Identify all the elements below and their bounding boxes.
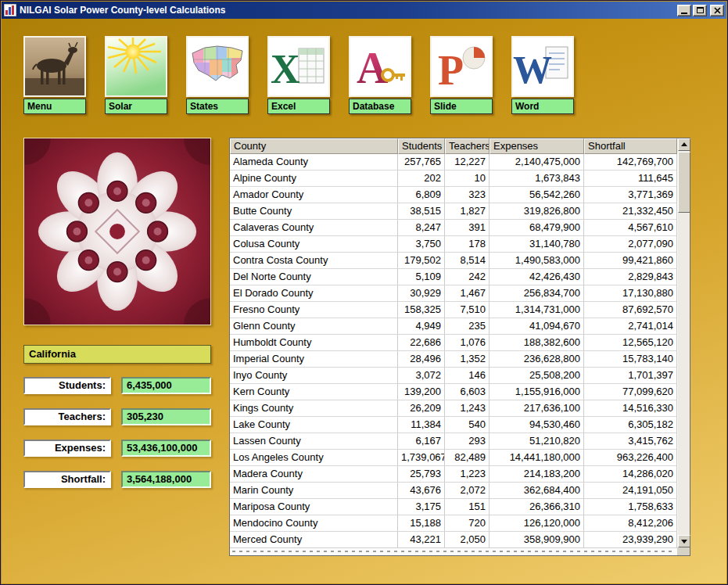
nilgai-photo-icon <box>23 36 86 97</box>
column-header-expenses[interactable]: Expenses <box>490 138 584 154</box>
value-cell: 26,209 <box>398 400 445 417</box>
word-button[interactable]: W Word <box>511 36 574 114</box>
arrow-down-icon <box>681 540 687 544</box>
table-row[interactable]: Kern County139,2006,6031,155,916,00077,0… <box>230 384 690 400</box>
value-cell: 257,765 <box>398 154 445 170</box>
table-row[interactable]: Del Norte County5,10924242,426,4302,829,… <box>230 269 690 285</box>
fractal-image <box>23 138 211 325</box>
table-row[interactable]: El Dorado County30,9291,467256,834,70017… <box>230 285 690 302</box>
value-cell: 1,739,067 <box>398 450 445 466</box>
value-cell: 202 <box>398 170 445 187</box>
svg-text:X: X <box>271 47 300 92</box>
value-cell: 2,072 <box>445 483 490 499</box>
value-cell: 179,502 <box>398 253 445 269</box>
value-cell: 142,769,700 <box>584 154 677 170</box>
excel-button[interactable]: X Excel <box>267 36 330 114</box>
table-row[interactable]: Lake County11,38454094,530,4606,305,182 <box>230 417 690 433</box>
maximize-button[interactable] <box>693 5 707 16</box>
powerpoint-icon: P <box>430 36 493 97</box>
table-row[interactable]: Imperial County28,4961,352236,628,80015,… <box>230 351 690 368</box>
table-row[interactable]: Marin County43,6762,072362,684,40024,191… <box>230 483 690 499</box>
table-row[interactable]: Calaveras County8,24739168,479,9004,567,… <box>230 220 690 236</box>
database-button-label: Database <box>349 99 411 114</box>
table-row[interactable]: Alameda County257,76512,2272,140,475,000… <box>230 154 690 170</box>
column-header-county[interactable]: County <box>230 138 398 154</box>
solar-button-label: Solar <box>105 99 167 114</box>
horizontal-scrollbar[interactable] <box>230 547 677 555</box>
table-row[interactable]: Lassen County6,16729351,210,8203,415,762 <box>230 433 690 450</box>
column-header-shortfall[interactable]: Shortfall <box>584 138 677 154</box>
value-cell: 99,421,860 <box>584 253 677 269</box>
value-cell: 56,542,260 <box>490 187 584 203</box>
value-cell: 362,684,400 <box>490 483 584 499</box>
value-cell: 15,188 <box>398 515 445 532</box>
excel-button-label: Excel <box>267 99 330 114</box>
table-row[interactable]: Glenn County4,94923541,094,6702,741,014 <box>230 318 690 335</box>
table-row[interactable]: Colusa County3,75017831,140,7802,077,090 <box>230 236 690 253</box>
value-cell: 236,628,800 <box>490 351 584 368</box>
county-table: CountyStudentsTeachersExpensesShortfall … <box>229 138 690 556</box>
table-row[interactable]: Inyo County3,07214625,508,2001,701,397 <box>230 368 690 384</box>
county-cell: Madera County <box>230 466 398 483</box>
expenses-label: Expenses: <box>23 440 111 457</box>
table-row[interactable]: Alpine County202101,673,843111,645 <box>230 170 690 187</box>
value-cell: 12,565,120 <box>584 335 677 351</box>
value-cell: 2,829,843 <box>584 269 677 285</box>
value-cell: 323 <box>445 187 490 203</box>
value-cell: 6,603 <box>445 384 490 400</box>
column-header-teachers[interactable]: Teachers <box>445 138 490 154</box>
menu-button[interactable]: Menu <box>23 36 86 114</box>
table-row[interactable]: Humboldt County22,6861,076188,382,60012,… <box>230 335 690 351</box>
vertical-scrollbar-thumb[interactable] <box>678 152 690 213</box>
scroll-down-button[interactable] <box>678 535 690 547</box>
table-row[interactable]: Merced County43,2212,050358,909,90023,93… <box>230 532 690 548</box>
value-cell: 82,489 <box>445 450 490 466</box>
county-cell: Lassen County <box>230 433 398 450</box>
teachers-label: Teachers: <box>23 408 111 425</box>
value-cell: 51,210,820 <box>490 433 584 450</box>
value-cell: 391 <box>445 220 490 236</box>
us-map-icon <box>186 36 249 97</box>
table-row[interactable]: Mariposa County3,17515126,366,3101,758,6… <box>230 499 690 515</box>
value-cell: 12,227 <box>445 154 490 170</box>
value-cell: 6,167 <box>398 433 445 450</box>
teachers-value[interactable]: 305,230 <box>121 408 211 425</box>
database-button[interactable]: A Database <box>349 36 411 114</box>
arrow-up-icon <box>681 142 687 146</box>
value-cell: 1,467 <box>445 285 490 302</box>
table-row[interactable]: Los Angeles County1,739,06782,48914,441,… <box>230 450 690 466</box>
scroll-up-button[interactable] <box>678 138 690 151</box>
vertical-scrollbar[interactable] <box>677 138 690 547</box>
column-header-students[interactable]: Students <box>398 138 445 154</box>
table-row[interactable]: Amador County6,80932356,542,2603,771,369 <box>230 187 690 203</box>
county-cell: Contra Costa County <box>230 253 398 269</box>
expenses-value[interactable]: 53,436,100,000 <box>121 440 211 457</box>
value-cell: 720 <box>445 515 490 532</box>
close-button[interactable] <box>710 5 724 16</box>
shortfall-label: Shortfall: <box>23 471 111 488</box>
value-cell: 24,191,050 <box>584 483 677 499</box>
value-cell: 235 <box>445 318 490 335</box>
value-cell: 7,510 <box>445 302 490 318</box>
value-cell: 8,412,206 <box>584 515 677 532</box>
value-cell: 43,676 <box>398 483 445 499</box>
table-row[interactable]: Butte County38,5151,827319,826,80021,332… <box>230 203 690 220</box>
states-button[interactable]: States <box>186 36 249 114</box>
value-cell: 111,645 <box>584 170 677 187</box>
slide-button-label: Slide <box>430 99 493 114</box>
table-row[interactable]: Fresno County158,3257,5101,314,731,00087… <box>230 302 690 318</box>
county-cell: Imperial County <box>230 351 398 368</box>
slide-button[interactable]: P Slide <box>430 36 493 114</box>
shortfall-value[interactable]: 3,564,188,000 <box>121 471 211 488</box>
minimize-button[interactable] <box>677 5 691 16</box>
table-row[interactable]: Madera County25,7931,223214,183,20014,28… <box>230 466 690 483</box>
students-value[interactable]: 6,435,000 <box>121 377 211 394</box>
solar-button[interactable]: Solar <box>105 36 167 114</box>
table-row[interactable]: Mendocino County15,188720126,120,0008,41… <box>230 515 690 532</box>
states-button-label: States <box>186 99 249 114</box>
titlebar[interactable]: NILGAI Solar Power County-level Calculat… <box>2 2 726 19</box>
value-cell: 1,673,843 <box>490 170 584 187</box>
table-row[interactable]: Kings County26,2091,243217,636,10014,516… <box>230 400 690 417</box>
value-cell: 158,325 <box>398 302 445 318</box>
table-row[interactable]: Contra Costa County179,5028,5141,490,583… <box>230 253 690 269</box>
